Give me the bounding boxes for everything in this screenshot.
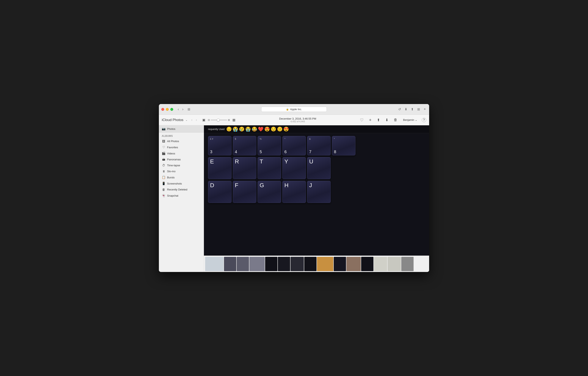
download-button[interactable]: ⬇ [404, 107, 408, 112]
sidebar-item-timelapse[interactable]: ⏱ Time-lapse [159, 162, 204, 168]
user-name: Benjamin [403, 118, 414, 121]
emoji-6: ❤️ [258, 127, 263, 132]
thumb-15[interactable] [401, 257, 414, 271]
sidebar-view-button[interactable]: ▣ [201, 117, 207, 123]
delete-button[interactable]: 🗑 [392, 117, 399, 123]
favorite-button[interactable]: ♡ [359, 117, 365, 123]
key-3-shift: £ # [210, 138, 213, 140]
app-window: ‹ › ⊞ 🔒 Apple Inc. ↺ ⬇ ⬆ ⊞ + iCloud Phot… [159, 104, 429, 272]
user-button[interactable]: Benjamin ⌄ [401, 118, 419, 122]
help-button[interactable]: ? [422, 118, 426, 122]
sidebar-item-screenshots[interactable]: 📱 Screenshots [159, 180, 204, 187]
app-title-area: iCloud Photos ⌄ [162, 118, 188, 122]
zoom-slider[interactable] [211, 120, 227, 120]
thumb-1[interactable] [205, 257, 224, 271]
key-t: T [258, 157, 281, 179]
photo-forward-button[interactable]: › [195, 117, 198, 122]
thumb-14[interactable] [388, 257, 401, 271]
sidebar-toggle-button[interactable]: ⊞ [186, 107, 192, 112]
emoji-4: 😭 [245, 127, 251, 132]
thumb-3[interactable] [237, 257, 249, 271]
key-7: & 7 [307, 136, 331, 155]
thumb-12[interactable] [361, 257, 373, 271]
number-row: £ # 3 $ 4 % 5 [208, 136, 425, 155]
app-dropdown-icon[interactable]: ⌄ [186, 118, 188, 121]
sidebar-item-videos[interactable]: 🎬 Videos [159, 150, 204, 156]
sidebar-item-slo-mo[interactable]: ⏸ Slo-mo [159, 168, 204, 174]
thumb-5[interactable] [265, 257, 277, 271]
view-controls: ▣ ⊟ ⊞ ▦ [201, 117, 237, 123]
forward-button[interactable]: › [181, 107, 185, 112]
mid-letter-row: D F G H J [208, 181, 425, 203]
emoji-8: 😒 [271, 127, 276, 132]
sidebar-item-all-photos[interactable]: 🖼 All Photos [159, 138, 204, 144]
key-8-shift: * [334, 138, 335, 140]
key-d-char: D [210, 183, 214, 189]
screenshots-label: Screenshots [167, 182, 182, 185]
close-button[interactable] [161, 108, 164, 111]
thumb-2[interactable] [224, 257, 236, 271]
thumb-8[interactable] [304, 257, 316, 271]
sidebar-item-favorites[interactable]: ♡ Favorites [159, 144, 204, 150]
reload-button[interactable]: ↺ [397, 107, 402, 112]
maximize-button[interactable] [170, 108, 173, 111]
slomo-label: Slo-mo [167, 170, 176, 173]
address-bar[interactable]: 🔒 Apple Inc. [261, 107, 327, 112]
sidebar-item-bursts[interactable]: 📋 Bursts [159, 174, 204, 180]
videos-label: Videos [167, 152, 175, 155]
emoji-5: 😂 [252, 127, 257, 132]
add-button[interactable]: + [368, 117, 373, 123]
new-window-button[interactable]: ⊞ [416, 107, 421, 112]
key-j-char: J [309, 183, 312, 189]
emoji-10: 😍 [283, 127, 289, 132]
main-content: 📷 Photos Albums 🖼 All Photos ♡ Favorites… [159, 125, 429, 272]
photo-main[interactable]: requently Used 😔 😭 😢 😭 😂 ❤️ 😍 😒 😑 😍 [204, 125, 429, 256]
timelapse-icon: ⏱ [162, 164, 165, 167]
key-6-main: 6 [284, 150, 287, 154]
share-button-titlebar[interactable]: ⬆ [410, 107, 414, 112]
lock-icon: 🔒 [286, 108, 289, 111]
thumb-11[interactable] [346, 257, 361, 271]
key-8-main: 8 [334, 150, 336, 154]
thumb-13[interactable] [374, 257, 387, 271]
toolbar-actions: ♡ + ⬆ ⬇ 🗑 Benjamin ⌄ ? [359, 117, 426, 123]
keyboard-keys-area: £ # 3 $ 4 % 5 [204, 133, 429, 256]
sidebar-header[interactable]: 📷 Photos [159, 125, 204, 132]
photo-count: 4,432 of 4,443 [291, 120, 305, 123]
recently-deleted-label: Recently Deleted [167, 188, 187, 191]
browser-titlebar: ‹ › ⊞ 🔒 Apple Inc. ↺ ⬇ ⬆ ⊞ + [159, 104, 429, 115]
thumb-4[interactable] [249, 257, 265, 271]
key-d: D [208, 181, 231, 203]
sidebar-item-recently-deleted[interactable]: 🗑 Recently Deleted [159, 187, 204, 193]
toolbar-nav: ‹ › [190, 117, 198, 122]
sidebar-item-snapchat[interactable]: 👻 Snapchat [159, 193, 204, 199]
minimize-button[interactable] [166, 108, 169, 111]
sidebar-item-panoramas[interactable]: 🏔 Panoramas [159, 156, 204, 162]
emoji-7: 😍 [264, 127, 270, 132]
thumb-7[interactable] [291, 257, 304, 271]
key-j: J [307, 181, 331, 203]
back-button[interactable]: ‹ [177, 107, 180, 112]
top-letter-row: E R T Y U [208, 157, 425, 179]
key-5-shift: % [260, 138, 262, 140]
grid-view-button[interactable]: ▦ [231, 117, 237, 123]
videos-icon: 🎬 [162, 151, 165, 155]
recently-deleted-icon: 🗑 [162, 188, 165, 191]
key-3-main: 3 [210, 150, 212, 154]
sidebar-header-label: Photos [167, 127, 175, 130]
key-h: H [282, 181, 306, 203]
favorites-icon: ♡ [162, 145, 165, 149]
snapchat-icon: 👻 [162, 194, 165, 197]
icloud-download-button[interactable]: ⬇ [384, 117, 390, 123]
thumb-6[interactable] [278, 257, 290, 271]
key-h-char: H [284, 183, 288, 189]
share-button[interactable]: ⬆ [376, 117, 381, 123]
key-y-char: Y [284, 159, 288, 165]
key-y: Y [282, 157, 306, 179]
add-tab-button[interactable]: + [423, 106, 427, 112]
photo-back-button[interactable]: ‹ [190, 117, 194, 122]
thumb-9[interactable] [317, 257, 333, 271]
thumb-10[interactable] [334, 257, 346, 271]
keyboard-photo: requently Used 😔 😭 😢 😭 😂 ❤️ 😍 😒 😑 😍 [204, 125, 429, 256]
bursts-icon: 📋 [162, 175, 165, 179]
